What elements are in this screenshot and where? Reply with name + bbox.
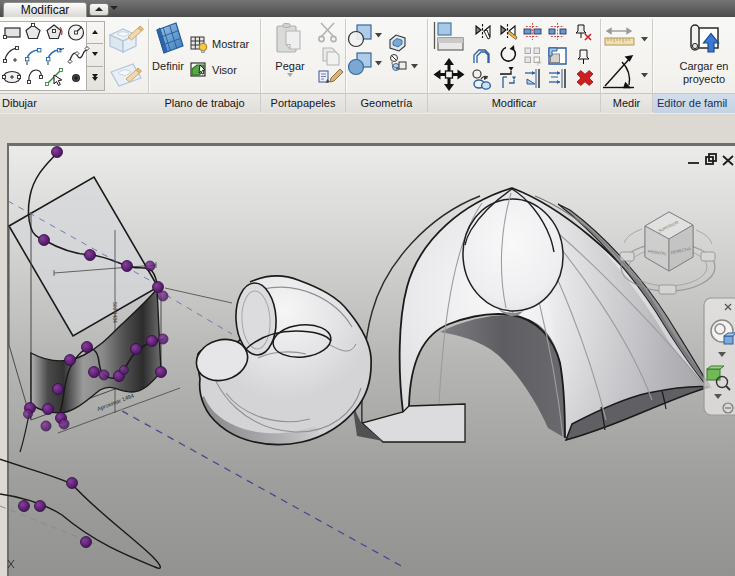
- svg-text:500 1434: 500 1434: [112, 302, 118, 323]
- svg-text:P: P: [537, 60, 542, 67]
